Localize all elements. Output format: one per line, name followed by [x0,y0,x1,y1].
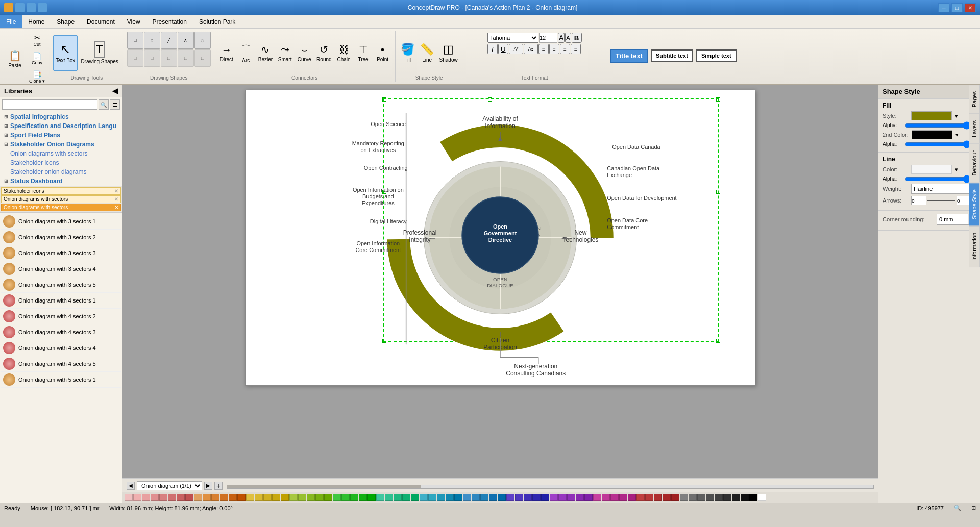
fill-2nd-dropdown-arrow[interactable]: ▾ [955,132,959,138]
color-swatch[interactable] [515,494,523,501]
superscript-button[interactable]: A² [509,44,523,54]
color-swatch[interactable] [524,494,532,501]
font-size-input[interactable] [539,33,557,43]
color-swatch[interactable] [411,494,419,501]
color-swatch[interactable] [671,494,679,501]
color-swatch[interactable] [689,494,697,501]
color-swatch[interactable] [133,494,141,501]
menu-solution-park[interactable]: Solution Park [193,15,241,28]
sidebar-item-status[interactable]: ⊞ Status Dashboard [0,177,122,186]
sidebar-item-onion-sectors[interactable]: Onion diagrams with sectors [0,149,122,158]
subscript-button[interactable]: A₂ [524,44,538,54]
copy-button[interactable]: 📄 Copy [28,50,46,67]
library-search-input[interactable] [2,99,97,110]
list-item[interactable]: Onion diagram with 3 sectors 2 [1,230,121,245]
color-swatch[interactable] [610,494,619,501]
color-swatch[interactable] [402,494,410,501]
bezier-button[interactable]: ∿ Bezier [256,35,275,71]
list-item[interactable]: Onion diagram with 3 sectors 3 [1,245,121,261]
sidebar-item-spec[interactable]: ⊞ Specification and Description Langu [0,121,122,131]
color-swatch[interactable] [576,494,584,501]
corner-rounding-input[interactable] [937,216,968,223]
color-swatch[interactable] [246,494,254,501]
smart-button[interactable]: ⤳ Smart [276,35,294,71]
color-swatch[interactable] [428,494,436,501]
close-selected-1[interactable]: ✕ [114,188,118,194]
color-swatch[interactable] [151,494,159,501]
color-swatch[interactable] [437,494,445,501]
color-swatch[interactable] [602,494,610,501]
color-swatch[interactable] [324,494,332,501]
title-text-button[interactable]: Title text [610,49,648,63]
sidebar-item-stakeholder-onion[interactable]: Stakeholder onion diagrams [0,167,122,177]
round-button[interactable]: ↺ Round [314,35,333,71]
selected-item-1[interactable]: Stakeholder icons ✕ [1,187,121,195]
fill-alpha2-slider[interactable] [905,142,971,146]
line-style-button[interactable]: 📏 Line [418,35,436,71]
color-swatch[interactable] [697,494,705,501]
color-swatch[interactable] [333,494,341,501]
arc-button[interactable]: ⌒ Arc [237,35,255,71]
collapse-libraries-button[interactable]: ◀ [112,87,118,95]
color-swatch[interactable] [385,494,393,501]
color-swatch[interactable] [541,494,549,501]
color-swatch[interactable] [237,494,246,501]
fit-button[interactable]: ⊡ [971,505,976,511]
polyline-button[interactable]: ∧ [178,32,194,49]
maximize-button[interactable]: □ [951,3,963,12]
color-swatch[interactable] [567,494,575,501]
color-swatch[interactable] [394,494,402,501]
align-btn-3[interactable]: ≡ [560,44,570,54]
fill-2nd-color-box[interactable] [912,130,952,139]
fill-button[interactable]: 🪣 Fill [399,35,417,71]
bold-button[interactable]: B [572,33,582,43]
fill-style-color[interactable] [911,111,952,120]
next-page-button[interactable]: ▶ [204,482,212,490]
shape2-4[interactable]: □ [178,49,194,67]
shape2-2[interactable]: □ [144,49,160,67]
color-swatch[interactable] [255,494,263,501]
tab-shape-style[interactable]: Shape Style [969,183,980,226]
color-swatch[interactable] [203,494,211,501]
color-swatch[interactable] [368,494,376,501]
color-swatch[interactable] [341,494,350,501]
color-swatch[interactable] [446,494,454,501]
tab-information[interactable]: Information [969,226,980,267]
menu-document[interactable]: Document [81,15,121,28]
selected-item-2[interactable]: Onion diagrams with sectors ✕ [1,195,121,203]
quick-save[interactable] [15,3,24,12]
sidebar-item-stakeholder[interactable]: ⊟ Stakeholder Onion Diagrams [0,140,122,149]
add-page-button[interactable]: + [214,482,223,490]
rect-button[interactable]: □ [127,32,143,49]
color-swatch[interactable] [593,494,601,501]
direct-button[interactable]: → Direct [217,35,236,71]
color-swatch[interactable] [168,494,176,501]
color-swatch[interactable] [749,494,757,501]
sidebar-item-stakeholder-icons[interactable]: Stakeholder icons [0,158,122,167]
font-name-dropdown[interactable]: Tahoma [487,33,538,43]
color-swatch[interactable] [263,494,272,501]
color-swatch[interactable] [159,494,167,501]
color-swatch[interactable] [125,494,133,501]
list-item[interactable]: Onion diagram with 4 sectors 3 [1,324,121,340]
color-swatch[interactable] [663,494,671,501]
menu-home[interactable]: Home [22,15,51,28]
zoom-button[interactable]: 🔍 [954,505,961,511]
color-swatch[interactable] [281,494,289,501]
close-button[interactable]: ✕ [965,3,976,12]
simple-text-button[interactable]: Simple text [696,49,737,62]
color-swatch[interactable] [229,494,237,501]
decrease-font-button[interactable]: A [565,33,571,43]
h-scrollbar-thumb[interactable] [227,485,421,488]
color-swatch[interactable] [376,494,384,501]
color-swatch[interactable] [463,494,471,501]
color-swatch[interactable] [758,494,766,501]
color-swatch[interactable] [194,494,202,501]
sidebar-item-spatial[interactable]: ⊞ Spatial Infographics [0,112,122,121]
color-swatch[interactable] [220,494,228,501]
quick-redo[interactable] [38,3,47,12]
selected-item-3[interactable]: Onion diagrams with sectors ✕ [1,204,121,211]
italic-button[interactable]: I [487,44,498,54]
color-swatch[interactable] [489,494,497,501]
color-swatch[interactable] [272,494,280,501]
